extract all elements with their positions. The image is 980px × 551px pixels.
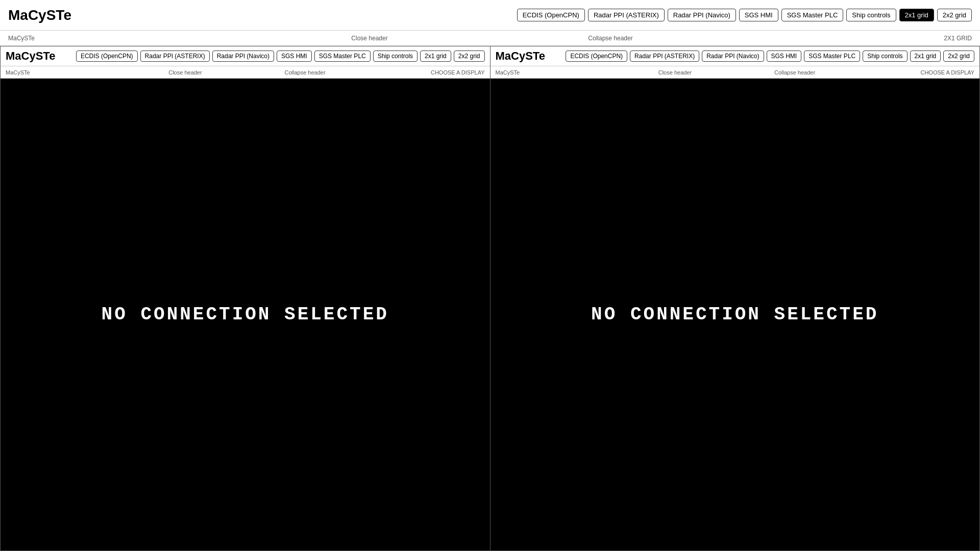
panel-header-0: MaCySTeECDIS (OpenCPN)Radar PPI (ASTERIX… bbox=[1, 46, 490, 66]
panel-0-nav-btn-7[interactable]: 2x2 grid bbox=[454, 51, 485, 62]
grid-label-2x1: 2X1 GRID bbox=[731, 35, 972, 42]
panel-1-subheader-collapse[interactable]: Collapse header bbox=[735, 69, 855, 76]
panel-1-nav-btn-1[interactable]: Radar PPI (ASTERIX) bbox=[630, 51, 699, 62]
grid-label-macyste: MaCySTe bbox=[8, 35, 249, 42]
panel-0-nav-btn-1[interactable]: Radar PPI (ASTERIX) bbox=[140, 51, 210, 62]
panel-0-nav-btn-0[interactable]: ECDIS (OpenCPN) bbox=[76, 51, 138, 62]
panel-0-subheader-collapse[interactable]: Collapse header bbox=[245, 69, 365, 76]
global-nav-btn-1[interactable]: Radar PPI (ASTERIX) bbox=[588, 9, 665, 21]
panel-0-nav-btn-4[interactable]: SGS Master PLC bbox=[314, 51, 371, 62]
main-grid: MaCySTeECDIS (OpenCPN)Radar PPI (ASTERIX… bbox=[0, 46, 980, 551]
grid-label-collapse[interactable]: Collapse header bbox=[490, 35, 731, 42]
panel-title-0: MaCySTe bbox=[6, 49, 55, 63]
panel-0-nav-btn-6[interactable]: 2x1 grid bbox=[420, 51, 451, 62]
panel-1-nav-btn-6[interactable]: 2x1 grid bbox=[910, 51, 941, 62]
panel-subheader-0: MaCySTeClose headerCollapse headerCHOOSE… bbox=[1, 66, 490, 79]
panel-0-nav-btn-2[interactable]: Radar PPI (Navico) bbox=[212, 51, 274, 62]
panel-nav-0: ECDIS (OpenCPN)Radar PPI (ASTERIX)Radar … bbox=[76, 51, 485, 62]
global-header: MaCySTe ECDIS (OpenCPN)Radar PPI (ASTERI… bbox=[0, 0, 980, 31]
panel-header-1: MaCySTeECDIS (OpenCPN)Radar PPI (ASTERIX… bbox=[491, 46, 980, 66]
no-connection-text-1: NO CONNECTION SELECTED bbox=[591, 304, 878, 325]
panel-nav-1: ECDIS (OpenCPN)Radar PPI (ASTERIX)Radar … bbox=[566, 51, 974, 62]
panel-0-subheader-choose: CHOOSE A DISPLAY bbox=[365, 69, 485, 76]
global-nav-btn-6[interactable]: 2x1 grid bbox=[899, 9, 934, 21]
global-nav-btn-4[interactable]: SGS Master PLC bbox=[781, 9, 844, 21]
grid-label-close[interactable]: Close header bbox=[249, 35, 490, 42]
global-nav-btn-2[interactable]: Radar PPI (Navico) bbox=[668, 9, 736, 21]
panel-1-nav-btn-5[interactable]: Ship controls bbox=[863, 51, 907, 62]
panel-1-nav-btn-3[interactable]: SGS HMI bbox=[767, 51, 802, 62]
global-nav: ECDIS (OpenCPN)Radar PPI (ASTERIX)Radar … bbox=[517, 9, 972, 21]
panel-0-nav-btn-3[interactable]: SGS HMI bbox=[277, 51, 312, 62]
global-nav-btn-3[interactable]: SGS HMI bbox=[739, 9, 778, 21]
panel-1-subheader-close[interactable]: Close header bbox=[615, 69, 735, 76]
panel-1-subheader-choose: CHOOSE A DISPLAY bbox=[854, 69, 974, 76]
panel-0-nav-btn-5[interactable]: Ship controls bbox=[373, 51, 418, 62]
panel-0-subheader-macyste: MaCySTe bbox=[6, 69, 126, 76]
panel-body-0: NO CONNECTION SELECTED bbox=[1, 79, 490, 550]
grid-label-bar: MaCySTe Close header Collapse header 2X1… bbox=[0, 31, 980, 46]
global-title: MaCySTe bbox=[8, 7, 71, 23]
panel-1-nav-btn-0[interactable]: ECDIS (OpenCPN) bbox=[566, 51, 627, 62]
global-nav-btn-5[interactable]: Ship controls bbox=[846, 9, 896, 21]
panel-title-1: MaCySTe bbox=[496, 49, 545, 63]
panel-1-nav-btn-7[interactable]: 2x2 grid bbox=[943, 51, 974, 62]
panel-1-subheader-macyste: MaCySTe bbox=[496, 69, 616, 76]
panel-subheader-1: MaCySTeClose headerCollapse headerCHOOSE… bbox=[491, 66, 980, 79]
panel-0: MaCySTeECDIS (OpenCPN)Radar PPI (ASTERIX… bbox=[0, 46, 491, 551]
global-nav-btn-0[interactable]: ECDIS (OpenCPN) bbox=[517, 9, 585, 21]
global-nav-btn-7[interactable]: 2x2 grid bbox=[937, 9, 972, 21]
panel-1-nav-btn-2[interactable]: Radar PPI (Navico) bbox=[702, 51, 764, 62]
panel-1-nav-btn-4[interactable]: SGS Master PLC bbox=[804, 51, 860, 62]
panel-body-1: NO CONNECTION SELECTED bbox=[491, 79, 980, 550]
panel-1: MaCySTeECDIS (OpenCPN)Radar PPI (ASTERIX… bbox=[491, 46, 981, 551]
panel-0-subheader-close[interactable]: Close header bbox=[126, 69, 246, 76]
no-connection-text-0: NO CONNECTION SELECTED bbox=[102, 304, 389, 325]
